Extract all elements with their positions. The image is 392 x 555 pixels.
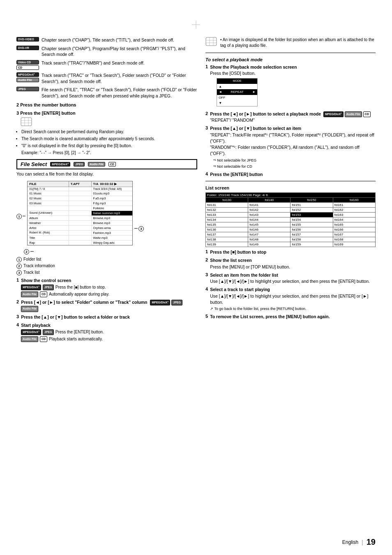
diagram-col-ta: T/A 00:03:32 ▶ [92, 181, 132, 187]
ls-step-sub-2: Press the [MENU] or [TOP MENU] button. [210, 264, 290, 269]
album-art-note-text: An image is displayed at the folder list… [220, 37, 374, 48]
list-row-4: fol135 fol145 fol155 fol165 [206, 222, 376, 227]
diagram-cell-t4: Folklore [92, 206, 132, 210]
ls-step-text-4: Select a track to start playing [210, 287, 270, 292]
ls-step-num-4: 4 [205, 287, 208, 291]
list-row-5: fol136 fol146 fol156 fol166 [206, 227, 376, 232]
fs-step-num-1: 1 [16, 278, 19, 282]
diagram-row-7: Weather Browse.mp3 [28, 221, 132, 226]
diagram-row-10: Title Waltz.mp3 [28, 236, 132, 240]
list-row-7: fol138 fol148 fol158 fol168 [206, 237, 376, 242]
diagram-cell-music2: 02 Music [28, 196, 69, 201]
left-column: DVD-VIDEO Chapter search ("CHAP"), Title… [16, 37, 197, 344]
fs-step-body-1: Show the control screen MPEG/DivX° JPEG … [21, 278, 109, 297]
item-jpeg: JPEG File search ("FILE", "TRAC" or "Tra… [16, 87, 197, 99]
label-1-wrapper: 1 [16, 213, 25, 219]
list-screen-title: List screen [205, 185, 376, 190]
diagram-cell-t10: Waltz.mp3 [92, 236, 132, 240]
diagram-cell-empty1 [69, 187, 92, 191]
example-text: Example: "- -" → Press [0], [2] → "- 2". [21, 150, 197, 155]
list-col-0: fol130 [206, 198, 248, 203]
pm-step-num-3: 3 [205, 125, 208, 130]
list-r6-c0: fol137 [206, 232, 248, 237]
ls-step-num-3: 3 [205, 272, 208, 277]
list-row-6: fol137 fol147 fol157 fol167 [206, 232, 376, 237]
diagram-cell-ti10e [69, 236, 92, 240]
diagram-row-3: 03 Music F.6g.mp3 [28, 201, 132, 206]
fs-step-text-2a: Press [◄] or [►] to select "Folder" colu… [21, 300, 147, 305]
list-r7-c2: fol158 [291, 237, 333, 242]
list-r2-c2-highlight: fol153 [291, 213, 333, 217]
list-r7-c3: fol168 [333, 237, 375, 242]
label-3-wrapper: 3 [134, 226, 144, 231]
fs-step-text-4: Start playback [21, 323, 51, 328]
list-r2-c3: fol163 [333, 213, 375, 217]
fs-step-text-3: Press the [▲] or [▼] button to select a … [21, 314, 130, 319]
legend-circle-2: 2 [16, 264, 22, 269]
label-2-wrapper: 2 [24, 249, 144, 254]
ls-step-text-5: To remove the List screen, press the [ME… [210, 314, 330, 319]
fs-step-body-2: Press [◄] or [►] to select "Folder" colu… [21, 299, 197, 312]
diagram-cell-m1e [69, 191, 92, 196]
item-video-cd: Video CD CD Track search ("TRAC"/"NMBR")… [16, 60, 197, 70]
list-col-3: fol160 [333, 198, 375, 203]
ls-step-text-2: Show the list screen [210, 258, 252, 263]
ls-step-5: 5 To remove the List screen, press the [… [205, 314, 376, 320]
diagram-cell-t8: Orpheo.wma [92, 226, 132, 230]
item-dvd-vr: DVD-VR Chapter search ("CHAP"), Program/… [16, 46, 197, 58]
ls-step-body-2: Show the list screen Press the [MENU] or… [210, 257, 290, 270]
diagram-cell-fld: 01(Fld) 7 / 8 [28, 187, 69, 191]
fs-step-3: 3 Press the [▲] or [▼] button to select … [16, 314, 197, 320]
item-jpeg-text: File search ("FILE", "TRAC" or "Track Se… [42, 87, 197, 99]
diagram-cell-t2: F.a5.mp3 [92, 196, 132, 201]
ls-step-body-5: To remove the List screen, press the [ME… [210, 314, 330, 320]
item-dvd-vr-text: Chapter search ("CHAP"), Program/Play li… [42, 46, 197, 58]
list-r4-c1: fol145 [248, 222, 291, 227]
playback-mode-title: To select a playback mode [205, 57, 376, 62]
bullet-1: Direct Search cannot be performed during… [21, 129, 197, 135]
item-dvd-video-text: Chapter search ("CHAP"), Title search ("… [42, 37, 174, 43]
list-r6-c3: fol167 [333, 232, 375, 237]
album-art-icon [205, 37, 217, 47]
diagram-cell-ra11e [69, 240, 92, 245]
badge-audio: Audio File [16, 78, 39, 82]
pm-step-text-4: Press the [ENTER] button [210, 172, 263, 177]
badge-dvd-vr: DVD-VR [16, 46, 39, 50]
svg-rect-10 [206, 37, 217, 46]
list-r5-c1: fol146 [248, 227, 291, 232]
pm-step2-badge-cd: CD [363, 111, 371, 117]
fs-step4-row2: Audio File CD Playback starts automatica… [21, 336, 104, 342]
list-r0-c3: fol161 [333, 203, 375, 208]
ls-step-text-1: Press the [■] button to stop [210, 250, 266, 254]
pm-step2-badge-audio: Audio File [345, 111, 362, 117]
legend-label-2: Track information [23, 264, 55, 268]
step3-heading: 3 Press the [ENTER] button [16, 111, 197, 116]
circle-3: 3 [138, 226, 144, 231]
list-r0-c1: fol141 [248, 203, 291, 208]
mode-screen-row-up: ▲ [217, 84, 257, 90]
badge-cd: CD [16, 65, 39, 70]
ls-step-3: 3 Select an item from the folder list Us… [205, 272, 376, 284]
diagram-cell-music1: 01 Music [28, 191, 69, 196]
mode-right-arrow: ► [252, 90, 256, 95]
diagram-cell-t6: Browse.mp3 [92, 216, 132, 220]
list-r3-c0: fol134 [206, 217, 248, 222]
legend-label-1: Folder list [23, 257, 41, 261]
list-row-1: fol132 fol142 fol152 fol162 [206, 208, 376, 213]
item-mpeg-text: Track search ("TRAC" or "Track Search"),… [42, 72, 197, 84]
list-r1-c1: fol142 [248, 208, 291, 213]
ls-step-num-1: 1 [205, 249, 208, 254]
crosshair-icon [192, 21, 200, 29]
diagram-cell-music3: 03 Music [28, 201, 69, 206]
list-r2-c1: fol143 [248, 213, 291, 217]
fs-step-body-4: Start playback MPEG/DivX° JPEG Press the… [21, 322, 104, 342]
file-select-desc: You can select a file from the list disp… [16, 171, 197, 176]
pm-footnote2: *² Not selectable for CD [213, 164, 252, 169]
bullet-3: "0" is not displayed in the first digit … [21, 143, 197, 149]
list-table-header-cell: Folder: 153/240 Track:154/198 Page: 4/ 6 [206, 193, 376, 198]
diagram-cell-album: Album [28, 216, 69, 220]
list-row-2: fol133 fol143 fol153 fol163 [206, 213, 376, 217]
grid-icon [21, 117, 32, 126]
list-r5-c0: fol136 [206, 227, 248, 232]
file-select-title: File Select [21, 161, 47, 167]
